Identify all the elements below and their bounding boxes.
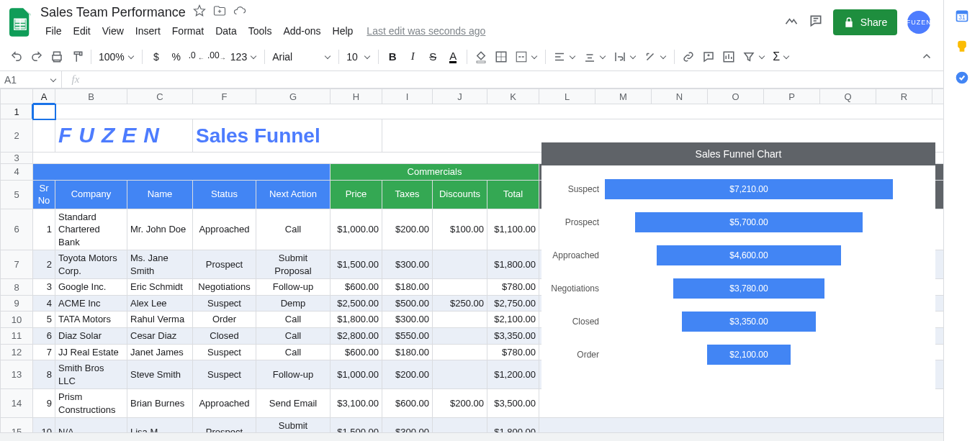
row-header-1[interactable]: 1	[1, 104, 33, 119]
table-cell[interactable]: 5	[33, 312, 55, 328]
table-cell[interactable]: Suspect	[193, 344, 256, 360]
table-cell[interactable]: $200.00	[382, 209, 433, 250]
table-cell[interactable]: Ms. Jane Smith	[127, 250, 193, 279]
table-cell[interactable]: 3	[33, 279, 55, 296]
table-cell[interactable]: Approached	[193, 209, 256, 250]
v-align-dropdown[interactable]	[580, 47, 609, 66]
table-cell[interactable]: $1,800.00	[331, 312, 382, 328]
table-cell[interactable]	[433, 250, 487, 279]
functions-dropdown[interactable]: Σ	[770, 47, 793, 66]
table-cell[interactable]: $200.00	[382, 360, 433, 389]
font-size-dropdown[interactable]: 10	[343, 47, 374, 66]
table-cell[interactable]: $2,500.00	[331, 295, 382, 312]
hdr-taxes[interactable]: Taxes	[382, 180, 433, 209]
col-header-P[interactable]: P	[764, 89, 820, 104]
rotate-dropdown[interactable]	[641, 47, 670, 66]
hdr-status[interactable]: Status	[193, 180, 256, 209]
title-cell[interactable]: Sales Funnel	[193, 119, 382, 153]
table-cell[interactable]: Call	[256, 209, 331, 250]
col-header-F[interactable]: F	[193, 89, 256, 104]
table-cell[interactable]: $300.00	[382, 418, 433, 432]
table-cell[interactable]: $1,800.00	[487, 250, 539, 279]
table-cell[interactable]: Follow-up	[256, 360, 331, 389]
row-header-5[interactable]: 5	[1, 180, 33, 209]
menu-edit[interactable]: Edit	[68, 22, 96, 40]
row-header-9[interactable]: 9	[1, 295, 33, 312]
table-cell[interactable]: Submit Proposal	[256, 250, 331, 279]
row-header-11[interactable]: 11	[1, 328, 33, 345]
table-cell[interactable]: Demp	[256, 295, 331, 312]
table-cell[interactable]: Eric Schmidt	[127, 279, 193, 296]
redo-button[interactable]	[27, 47, 46, 66]
table-cell[interactable]: Prospect	[193, 418, 256, 432]
col-header-B[interactable]: B	[55, 89, 127, 104]
sales-funnel-chart[interactable]: Sales Funnel Chart Suspect$7,210.00Prosp…	[541, 142, 935, 398]
hdr-commercials[interactable]: Commercials	[331, 164, 539, 181]
table-cell[interactable]	[433, 279, 487, 296]
table-cell[interactable]: Toyota Motors Corp.	[55, 250, 127, 279]
star-icon[interactable]	[193, 4, 206, 21]
table-cell[interactable]: $1,500.00	[331, 418, 382, 432]
keep-addon-icon[interactable]	[955, 40, 969, 56]
table-cell[interactable]: $180.00	[382, 279, 433, 296]
hdr-next[interactable]: Next Action	[256, 180, 331, 209]
table-cell[interactable]: $1,000.00	[331, 360, 382, 389]
hdr-name[interactable]: Name	[127, 180, 193, 209]
percent-button[interactable]: %	[167, 47, 186, 66]
table-cell[interactable]: $500.00	[382, 295, 433, 312]
table-cell[interactable]: N/A	[55, 418, 127, 432]
table-cell[interactable]	[433, 418, 487, 432]
table-cell[interactable]: $600.00	[382, 389, 433, 418]
row-header-13[interactable]: 13	[1, 360, 33, 389]
table-cell[interactable]: $250.00	[433, 295, 487, 312]
table-cell[interactable]: $1,100.00	[487, 209, 539, 250]
col-header-C[interactable]: C	[127, 89, 193, 104]
table-cell[interactable]: Rahul Verma	[127, 312, 193, 328]
chart-button[interactable]	[719, 47, 738, 66]
table-cell[interactable]: Call	[256, 344, 331, 360]
table-cell[interactable]: 2	[33, 250, 55, 279]
row-header-7[interactable]: 7	[1, 250, 33, 279]
table-cell[interactable]: Approached	[193, 389, 256, 418]
font-dropdown[interactable]: Arial	[269, 47, 334, 66]
row-header-2[interactable]: 2	[1, 119, 33, 153]
table-cell[interactable]: Prism Constructions	[55, 389, 127, 418]
cell-A1[interactable]	[33, 104, 55, 119]
row-header-10[interactable]: 10	[1, 312, 33, 328]
col-header-O[interactable]: O	[708, 89, 764, 104]
col-header-H[interactable]: H	[331, 89, 382, 104]
zoom-dropdown[interactable]: 100%	[96, 47, 138, 66]
menu-tools[interactable]: Tools	[243, 22, 277, 40]
hdr-price[interactable]: Price	[331, 180, 382, 209]
table-cell[interactable]: $180.00	[382, 344, 433, 360]
table-cell[interactable]: 10	[33, 418, 55, 432]
filter-dropdown[interactable]	[740, 47, 768, 66]
account-avatar[interactable]: FUZEN	[907, 11, 930, 34]
hdr-company[interactable]: Company	[55, 180, 127, 209]
table-cell[interactable]: Lisa M	[127, 418, 193, 432]
table-cell[interactable]: Call	[256, 328, 331, 345]
strike-button[interactable]: S	[423, 47, 442, 66]
activity-icon[interactable]	[784, 14, 799, 30]
table-cell[interactable]: JJ Real Estate	[55, 344, 127, 360]
row-header-12[interactable]: 12	[1, 344, 33, 360]
row-header-6[interactable]: 6	[1, 209, 33, 250]
table-cell[interactable]: ACME Inc	[55, 295, 127, 312]
table-cell[interactable]: $1,000.00	[331, 209, 382, 250]
menu-insert[interactable]: Insert	[130, 22, 166, 40]
table-cell[interactable]: $2,100.00	[487, 312, 539, 328]
decrease-decimal-button[interactable]: .0 ←	[187, 47, 206, 66]
formula-input[interactable]	[89, 71, 943, 88]
table-cell[interactable]: TATA Motors	[55, 312, 127, 328]
doc-title[interactable]: Sales Team Performance	[40, 5, 186, 20]
hdr-disc[interactable]: Discounts	[433, 180, 487, 209]
table-cell[interactable]: Smith Bros LLC	[55, 360, 127, 389]
table-cell[interactable]: Follow-up	[256, 279, 331, 296]
table-cell[interactable]: $2,800.00	[331, 328, 382, 345]
table-cell[interactable]: Negotiations	[193, 279, 256, 296]
undo-button[interactable]	[7, 47, 26, 66]
hdr-blank[interactable]	[33, 164, 331, 181]
table-cell[interactable]: Google Inc.	[55, 279, 127, 296]
table-cell[interactable]: Cesar Diaz	[127, 328, 193, 345]
borders-button[interactable]	[492, 47, 511, 66]
